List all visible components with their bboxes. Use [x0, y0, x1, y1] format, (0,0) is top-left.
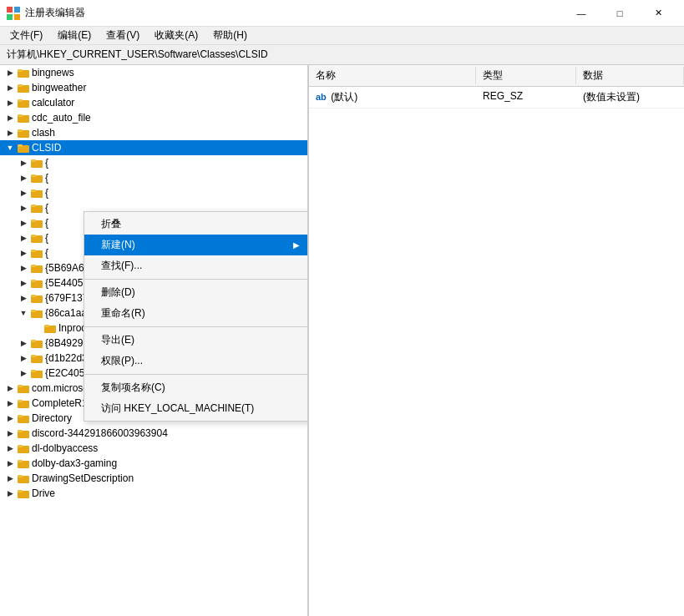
- item-label-c5: {: [45, 217, 48, 229]
- item-label-dldolby: dl-dolbyaccess: [32, 442, 98, 454]
- tree-item-drawingset[interactable]: DrawingSetDescription: [0, 471, 307, 486]
- menu-help[interactable]: 帮助(H): [206, 27, 254, 44]
- maximize-button[interactable]: □: [600, 5, 639, 22]
- expand-arrow-dldolby[interactable]: [3, 442, 17, 455]
- ctx-access-hklm[interactable]: 访问 HKEY_LOCAL_MACHINE(T): [84, 398, 309, 419]
- svg-rect-32: [31, 265, 36, 267]
- minimize-button[interactable]: —: [562, 5, 600, 22]
- ctx-new-label: 新建(N): [101, 238, 135, 252]
- ctx-submenu-arrow: ▶: [293, 240, 300, 250]
- expand-arrow-bingnews[interactable]: [3, 66, 17, 79]
- right-row-default[interactable]: ab (默认) REG_SZ (数值未设置): [309, 87, 684, 109]
- tree-item-drive[interactable]: Drive: [0, 486, 307, 501]
- ctx-sep1: [84, 279, 309, 280]
- svg-rect-46: [31, 370, 36, 372]
- expand-arrow-c7[interactable]: [17, 246, 30, 260]
- expand-arrow-clsid[interactable]: [3, 141, 17, 154]
- tree-item-c3[interactable]: {: [0, 185, 307, 200]
- svg-rect-52: [18, 415, 23, 417]
- title-bar: 注册表编辑器 — □ ✕: [0, 0, 684, 27]
- tree-item-dldolby[interactable]: dl-dolbyaccess: [0, 441, 307, 456]
- menu-favorites[interactable]: 收藏夹(A): [148, 27, 205, 44]
- folder-icon: [17, 66, 30, 79]
- svg-rect-38: [31, 310, 36, 312]
- ctx-permissions[interactable]: 权限(P)...: [84, 351, 309, 371]
- svg-rect-9: [18, 99, 23, 102]
- item-label-c3: {: [45, 187, 48, 199]
- item-label-cdc: cdc_auto_file: [32, 112, 91, 124]
- expand-arrow-discord[interactable]: [3, 427, 17, 440]
- expand-arrow-completer16[interactable]: [3, 396, 17, 410]
- svg-rect-0: [7, 7, 13, 13]
- tree-item-bingnews[interactable]: bingnews: [0, 65, 307, 80]
- folder-icon: [17, 442, 30, 455]
- folder-icon: [30, 156, 43, 169]
- ctx-rename[interactable]: 重命名(R): [84, 303, 309, 324]
- tree-item-c2[interactable]: {: [0, 170, 307, 185]
- expand-arrow-c4[interactable]: [17, 201, 30, 215]
- tree-item-discord[interactable]: discord-34429186600396390​4: [0, 426, 307, 441]
- expand-arrow-679F[interactable]: [17, 291, 30, 305]
- folder-icon: [30, 171, 43, 184]
- expand-arrow-8B49[interactable]: [17, 336, 30, 350]
- ctx-delete[interactable]: 删除(D): [84, 282, 309, 303]
- folder-icon: [17, 96, 30, 109]
- ctx-export[interactable]: 导出(E): [84, 330, 309, 351]
- expand-arrow-bingweather[interactable]: [3, 81, 17, 94]
- close-button[interactable]: ✕: [639, 5, 677, 22]
- expand-arrow-cdc[interactable]: [3, 111, 17, 124]
- ctx-find[interactable]: 查找(F)...: [84, 255, 309, 276]
- expand-arrow-directory[interactable]: [3, 412, 17, 425]
- tree-item-cdc[interactable]: cdc_auto_file: [0, 110, 307, 125]
- expand-arrow-dolbydax3[interactable]: [3, 457, 17, 470]
- expand-arrow-5E44[interactable]: [17, 276, 30, 290]
- tree-item-c1[interactable]: {: [0, 155, 307, 170]
- expand-arrow-clash[interactable]: [3, 126, 17, 139]
- folder-icon: [30, 291, 43, 305]
- expand-arrow-c6[interactable]: [17, 231, 30, 245]
- menu-file[interactable]: 文件(F): [3, 27, 49, 44]
- menu-edit[interactable]: 编辑(E): [51, 27, 98, 44]
- svg-rect-20: [31, 174, 36, 177]
- tree-item-clsid[interactable]: CLSID: [0, 140, 307, 155]
- col-header-data: 数据: [576, 67, 684, 84]
- svg-rect-56: [18, 445, 23, 447]
- tree-item-calculator[interactable]: calculator: [0, 95, 307, 110]
- expand-arrow-E2C4[interactable]: [17, 366, 30, 380]
- tree-item-dolbydax3[interactable]: dolby-dax3-gaming: [0, 456, 307, 471]
- folder-icon: [17, 427, 30, 440]
- expand-arrow-86ca[interactable]: [17, 306, 30, 320]
- expand-arrow-com3d[interactable]: [3, 381, 17, 395]
- expand-arrow-drawingset[interactable]: [3, 472, 17, 485]
- tree-item-bingweather[interactable]: bingweather: [0, 80, 307, 95]
- svg-rect-40: [44, 325, 49, 327]
- item-label-c7: {: [45, 247, 48, 259]
- menu-view[interactable]: 查看(V): [99, 27, 146, 44]
- cell-name-text: (默认): [331, 91, 357, 103]
- svg-rect-34: [31, 280, 36, 282]
- expand-arrow-c1[interactable]: [17, 156, 30, 169]
- expand-arrow-c3[interactable]: [17, 186, 30, 199]
- expand-arrow-5B69[interactable]: [17, 261, 30, 275]
- context-menu: 折叠 新建(N) ▶ 查找(F)... 删除(D) 重命名(R) 导出(E) 权…: [84, 211, 309, 422]
- svg-rect-11: [18, 114, 23, 117]
- item-label-clash: clash: [32, 127, 55, 139]
- folder-icon: [17, 81, 30, 94]
- svg-rect-26: [31, 220, 36, 222]
- expand-arrow-calculator[interactable]: [3, 96, 17, 109]
- expand-arrow-c5[interactable]: [17, 216, 30, 230]
- app-icon: [7, 7, 20, 20]
- expand-arrow-c2[interactable]: [17, 171, 30, 184]
- tree-panel[interactable]: bingnews bingweather calculator cdc_auto…: [0, 65, 309, 616]
- ctx-copy-name[interactable]: 复制项名称(C): [84, 377, 309, 398]
- tree-item-clash[interactable]: clash: [0, 125, 307, 140]
- expand-arrow-d1b2[interactable]: [17, 351, 30, 365]
- svg-rect-1: [14, 7, 20, 13]
- expand-arrow-drive[interactable]: [3, 487, 17, 500]
- ctx-new[interactable]: 新建(N) ▶: [84, 235, 309, 255]
- ctx-collapse[interactable]: 折叠: [84, 214, 309, 235]
- folder-icon: [17, 472, 30, 485]
- item-label-discord: discord-34429186600396390​4: [32, 427, 168, 439]
- svg-rect-16: [18, 148, 29, 149]
- ctx-sep2: [84, 326, 309, 327]
